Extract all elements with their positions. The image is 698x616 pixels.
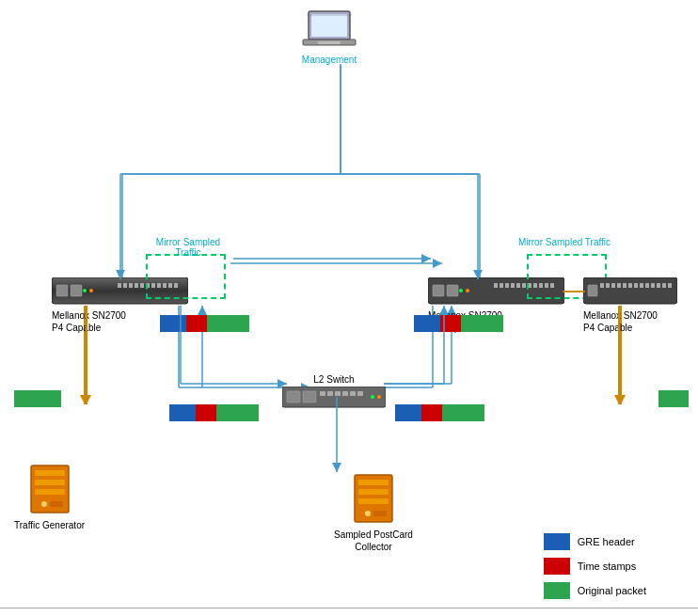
svg-rect-75	[668, 283, 672, 288]
mirror-left-label: Mirror Sampled Traffic	[146, 237, 230, 258]
svg-rect-78	[303, 391, 316, 403]
svg-rect-40	[163, 283, 167, 288]
right-switch-device: Mellanox SN2700P4 Capable	[583, 277, 677, 334]
svg-rect-68	[628, 283, 632, 288]
svg-marker-18	[433, 259, 442, 268]
svg-marker-23	[80, 395, 89, 404]
middle-switch-packets	[414, 315, 503, 332]
svg-rect-35	[135, 283, 138, 288]
svg-rect-32	[118, 283, 121, 288]
svg-rect-41	[168, 283, 172, 288]
svg-rect-31	[71, 285, 82, 296]
svg-rect-77	[287, 391, 300, 403]
left-switch-icon	[52, 277, 188, 306]
svg-rect-25	[311, 14, 347, 37]
right-switch-icon	[583, 277, 677, 306]
svg-rect-72	[651, 283, 655, 288]
bottom-border-line	[0, 608, 698, 608]
svg-rect-66	[617, 283, 621, 288]
legend-item-gre: GRE header	[544, 533, 646, 550]
traffic-gen-label: Traffic Generator	[14, 519, 85, 531]
middle-packet-green	[461, 315, 503, 332]
laptop-icon	[301, 9, 357, 55]
svg-rect-82	[342, 391, 348, 396]
svg-point-43	[83, 289, 87, 292]
svg-rect-39	[157, 283, 161, 288]
svg-rect-52	[516, 283, 520, 288]
svg-point-91	[41, 501, 47, 507]
middle-packet-blue	[414, 315, 440, 332]
right-standalone-green	[658, 390, 689, 407]
svg-rect-53	[522, 283, 526, 288]
svg-rect-38	[151, 283, 155, 288]
right-switch-label: Mellanox SN2700P4 Capable	[583, 309, 677, 334]
svg-rect-69	[634, 283, 638, 288]
l2-left-packets	[169, 404, 259, 421]
svg-rect-36	[140, 283, 144, 288]
collector-device: Sampled PostCardCollector	[334, 470, 413, 553]
collector-label: Sampled PostCardCollector	[334, 529, 413, 553]
svg-marker-113	[421, 254, 431, 263]
collector-icon	[347, 470, 399, 529]
l2-right-packet-green	[442, 404, 484, 421]
mirror-right-label: Mirror Sampled Traffic	[513, 237, 616, 247]
svg-rect-56	[539, 283, 543, 288]
svg-rect-62	[588, 285, 597, 296]
svg-rect-73	[657, 283, 660, 288]
svg-rect-98	[373, 511, 387, 516]
svg-rect-67	[623, 283, 627, 288]
svg-rect-50	[505, 283, 509, 288]
svg-rect-51	[511, 283, 515, 288]
left-packet-green	[207, 315, 249, 332]
svg-rect-46	[433, 285, 444, 296]
l2-left-packet-red	[196, 404, 216, 421]
svg-rect-96	[358, 498, 389, 504]
l2-left-packet-blue	[169, 404, 196, 421]
svg-rect-89	[35, 480, 65, 485]
l2-right-packet-red	[421, 404, 442, 421]
svg-rect-64	[606, 283, 610, 288]
l2-switch-device: L2 Switch	[282, 374, 386, 411]
legend-item-original: Original packet	[544, 582, 646, 599]
l2-right-packet-blue	[395, 404, 421, 421]
svg-rect-37	[146, 283, 150, 288]
svg-rect-30	[56, 285, 68, 296]
svg-rect-74	[662, 283, 666, 288]
svg-marker-20	[616, 395, 626, 404]
left-switch-packets	[160, 315, 249, 332]
svg-marker-117	[614, 395, 624, 404]
svg-rect-94	[358, 480, 389, 485]
legend-blue-box	[544, 533, 570, 550]
l2-right-packets	[395, 404, 484, 421]
svg-rect-49	[500, 283, 503, 288]
svg-rect-54	[528, 283, 531, 288]
svg-marker-115	[82, 395, 91, 404]
left-packet-red	[186, 315, 207, 332]
l2-switch-label: L2 Switch	[282, 374, 386, 385]
svg-rect-71	[645, 283, 649, 288]
management-label: Management	[302, 55, 357, 65]
svg-rect-57	[545, 283, 548, 288]
svg-rect-83	[350, 391, 356, 396]
svg-point-44	[89, 289, 93, 292]
svg-point-85	[371, 395, 374, 399]
svg-rect-42	[174, 283, 178, 288]
middle-packet-red	[440, 315, 461, 332]
l2-switch-icon	[282, 387, 386, 409]
svg-rect-33	[123, 283, 127, 288]
svg-rect-34	[129, 283, 133, 288]
svg-rect-63	[600, 283, 604, 288]
laptop-device: Management	[301, 9, 357, 65]
svg-rect-81	[335, 391, 341, 396]
legend: GRE header Time stamps Original packet	[544, 533, 646, 599]
svg-rect-28	[318, 41, 341, 44]
svg-rect-84	[357, 391, 363, 396]
svg-rect-92	[50, 501, 63, 507]
legend-red-box	[544, 558, 570, 575]
traffic-gen-icon	[24, 461, 75, 519]
svg-rect-79	[320, 391, 325, 396]
svg-rect-90	[35, 489, 65, 495]
legend-original-label: Original packet	[578, 585, 646, 596]
svg-point-86	[377, 395, 381, 399]
middle-switch-icon	[428, 277, 564, 306]
